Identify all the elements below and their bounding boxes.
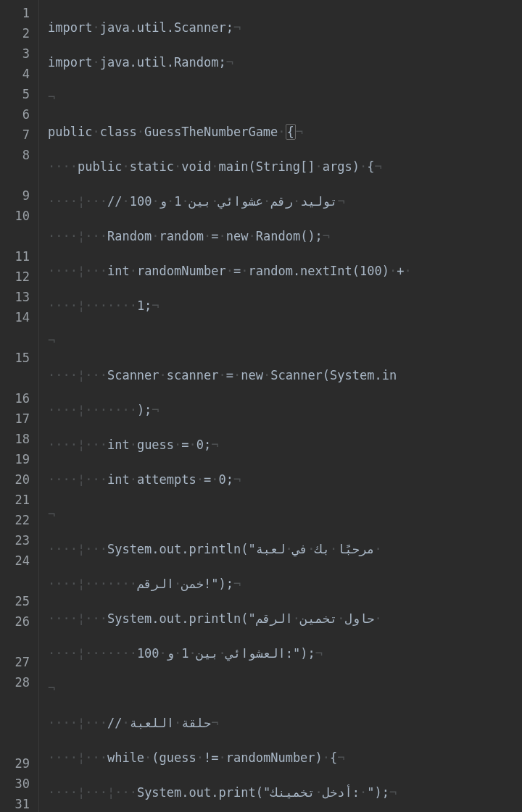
line-number: 11 xyxy=(0,246,30,267)
line-number: 7 xyxy=(0,125,30,145)
code-line[interactable]: ¬ xyxy=(48,504,522,524)
code-line[interactable]: ····¦···int·guess·=·0;¬ xyxy=(48,435,522,455)
code-editor-area[interactable]: import·java.util.Scanner;¬ import·java.u… xyxy=(39,0,522,812)
line-number: 12 xyxy=(0,267,30,287)
code-line[interactable]: ····¦···//·توليد·رقم·عشوائي·بين·1·و·100¬ xyxy=(48,191,522,212)
line-number: 27 xyxy=(0,652,30,672)
code-line[interactable]: import·java.util.Scanner;¬ xyxy=(48,17,522,38)
line-number: 4 xyxy=(0,64,30,84)
line-number: 10 xyxy=(0,206,30,246)
code-line[interactable]: import·java.util.Random;¬ xyxy=(48,52,522,72)
line-number: 1 xyxy=(0,3,30,23)
line-number: 25 xyxy=(0,591,30,611)
code-line-wrap[interactable]: ····¦·······العشوائي·بين·1·و·100:");¬ xyxy=(48,643,522,664)
line-number: 22 xyxy=(0,510,30,530)
line-number: 3 xyxy=(0,43,30,64)
line-number-gutter: 1 2 3 4 5 6 7 8 9 10 11 12 13 14 15 16 1… xyxy=(0,0,39,812)
line-number: 30 xyxy=(0,774,30,794)
line-number: 5 xyxy=(0,84,30,104)
code-line[interactable]: ¬ xyxy=(48,678,522,698)
code-line[interactable]: ····public·static·void·main(String[]·arg… xyxy=(48,156,522,177)
line-number: 29 xyxy=(0,753,30,774)
code-line-wrap[interactable]: ····¦·······);¬ xyxy=(48,400,522,420)
line-number: 31 xyxy=(0,794,30,812)
code-line[interactable]: ····¦···int·attempts·=·0;¬ xyxy=(48,469,522,490)
code-line[interactable]: ····¦···¦···System.out.print("أدخل·تخمين… xyxy=(48,782,522,803)
line-number: 6 xyxy=(0,104,30,125)
line-number: 21 xyxy=(0,490,30,510)
line-number: 14 xyxy=(0,307,30,348)
line-number: 18 xyxy=(0,429,30,449)
code-line[interactable]: ¬ xyxy=(48,330,522,351)
line-number: 23 xyxy=(0,530,30,551)
code-line-wrap[interactable]: ····¦·······1;¬ xyxy=(48,296,522,316)
line-number: 17 xyxy=(0,409,30,429)
code-line[interactable]: ¬ xyxy=(48,87,522,107)
line-number: 2 xyxy=(0,23,30,43)
code-line[interactable]: ····¦···//·حلقة·اللعبة¬ xyxy=(48,713,522,733)
line-number: 26 xyxy=(0,611,30,652)
code-line[interactable]: ····¦···Random·random·=·new·Random();¬ xyxy=(48,226,522,246)
line-number: 28 xyxy=(0,672,30,753)
code-line[interactable]: ····¦···int·randomNumber·=·random.nextIn… xyxy=(48,261,522,281)
line-number: 16 xyxy=(0,388,30,409)
line-number: 9 xyxy=(0,185,30,206)
code-line[interactable]: public·class·GuessTheNumberGame·{¬ xyxy=(48,122,522,142)
code-line-wrap[interactable]: ····¦·······خمن·الرقم!");¬ xyxy=(48,574,522,594)
code-line[interactable]: ····¦···System.out.println("مرحبًا·بك·في… xyxy=(48,539,522,559)
code-line[interactable]: ····¦···System.out.println("حاول·تخمين·ا… xyxy=(48,608,522,629)
line-number: 20 xyxy=(0,469,30,490)
line-number: 15 xyxy=(0,348,30,388)
line-number: 19 xyxy=(0,449,30,469)
code-line[interactable]: ····¦···Scanner·scanner·=·new·Scanner(Sy… xyxy=(48,365,522,385)
line-number: 24 xyxy=(0,551,30,591)
line-number: 13 xyxy=(0,287,30,307)
code-line[interactable]: ····¦···while·(guess·!=·randomNumber)·{¬ xyxy=(48,748,522,768)
line-number: 8 xyxy=(0,145,30,185)
